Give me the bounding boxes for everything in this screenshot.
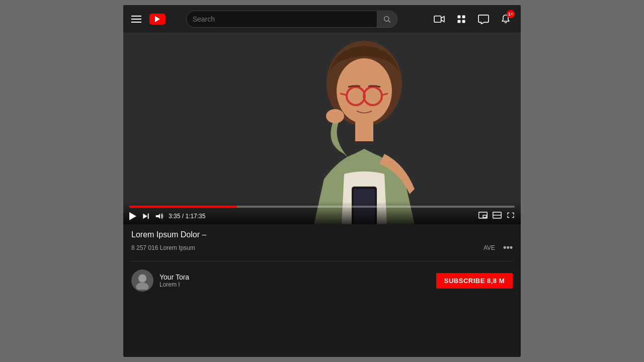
time-display: 3:35 / 1:17:35 (169, 213, 205, 220)
camera-icon[interactable] (432, 12, 446, 26)
fullscreen-button[interactable] (507, 212, 515, 220)
svg-rect-5 (457, 20, 460, 23)
video-title: Lorem Ipsum Dolor – (131, 230, 513, 239)
channel-description: Lorem I (159, 281, 430, 288)
svg-rect-19 (148, 213, 149, 219)
controls-row: 3:35 / 1:17:35 (129, 212, 515, 220)
play-icon (129, 212, 136, 220)
svg-rect-4 (462, 15, 465, 18)
divider (131, 261, 513, 261)
grid-apps-icon[interactable] (454, 12, 468, 26)
youtube-logo[interactable] (149, 14, 166, 25)
hamburger-menu-icon[interactable] (131, 16, 141, 23)
search-container (186, 11, 397, 28)
theater-mode-button[interactable] (493, 212, 502, 220)
nav-right: 1+ (432, 12, 513, 26)
svg-rect-6 (462, 20, 465, 23)
save-button[interactable]: AVE (484, 244, 495, 251)
play-button[interactable] (129, 212, 136, 220)
svg-point-25 (138, 274, 146, 282)
video-thumbnail (123, 33, 521, 224)
svg-marker-20 (156, 214, 160, 219)
svg-point-0 (384, 16, 389, 21)
progress-bar[interactable] (129, 206, 515, 208)
search-button[interactable] (377, 11, 397, 28)
svg-rect-9 (355, 121, 373, 141)
svg-rect-3 (457, 15, 460, 18)
youtube-logo-icon (149, 14, 166, 25)
nav-left (131, 14, 166, 25)
search-input-wrapper (186, 11, 377, 28)
subscribe-button[interactable]: SUBSCRIBE 8,8 M (436, 273, 513, 289)
video-controls: 3:35 / 1:17:35 (123, 202, 521, 224)
video-player[interactable]: 3:35 / 1:17:35 (123, 33, 521, 224)
progress-fill (129, 206, 237, 208)
person-overlay (294, 38, 435, 224)
svg-point-26 (136, 283, 148, 290)
browser-window: 1+ (123, 5, 521, 357)
video-meta: 8 257 016 Lorem Ipsum AVE ••• (131, 242, 513, 253)
svg-rect-2 (434, 16, 441, 22)
svg-rect-22 (483, 215, 487, 218)
notification-badge: 1+ (507, 10, 515, 18)
svg-point-12 (326, 109, 344, 123)
chat-icon[interactable] (476, 12, 491, 26)
view-count: 8 257 016 Lorem Ipsum (131, 244, 195, 251)
svg-line-1 (388, 21, 390, 23)
video-info: Lorem Ipsum Dolor – 8 257 016 Lorem Ipsu… (123, 224, 521, 257)
channel-info: Your Tora Lorem I (159, 273, 430, 288)
channel-row: Your Tora Lorem I SUBSCRIBE 8,8 M (123, 265, 521, 296)
more-options-button[interactable]: ••• (503, 242, 513, 253)
meta-actions: AVE ••• (484, 242, 513, 253)
channel-avatar[interactable] (131, 269, 153, 292)
avatar-image (133, 272, 151, 290)
notifications-icon[interactable]: 1+ (499, 12, 513, 26)
youtube-navbar: 1+ (123, 5, 521, 33)
channel-name[interactable]: Your Tora (159, 273, 430, 281)
skip-next-button[interactable] (141, 212, 149, 220)
right-controls (478, 212, 515, 220)
svg-marker-18 (143, 213, 147, 219)
volume-button[interactable] (154, 213, 164, 220)
search-icon (383, 15, 391, 23)
video-meta-left: 8 257 016 Lorem Ipsum (131, 244, 479, 251)
miniplayer-button[interactable] (478, 212, 488, 220)
search-input[interactable] (193, 15, 371, 23)
